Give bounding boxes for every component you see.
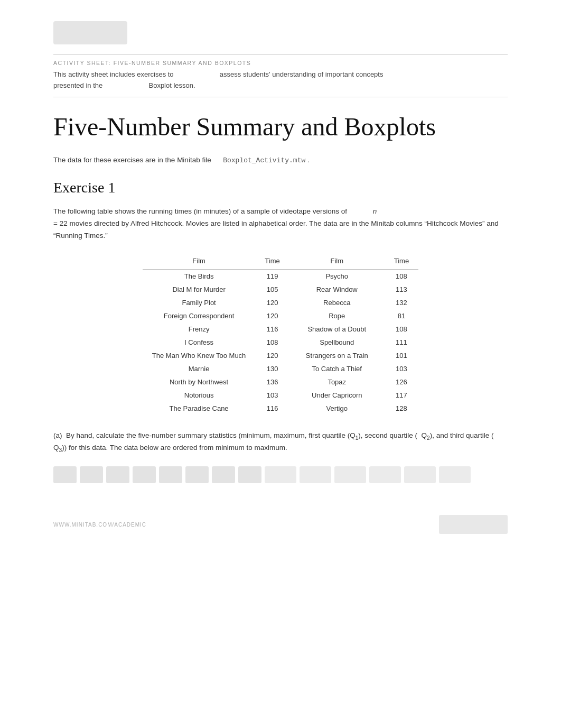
data-chip-4: [133, 466, 156, 483]
time-cell: 113: [385, 283, 418, 296]
data-chip-9: [265, 466, 296, 483]
footer-url: WWW.MINITAB.COM/ACADEMIC: [53, 522, 146, 528]
time-cell: 119: [255, 269, 289, 283]
film-cell: Dial M for Murder: [143, 283, 256, 296]
film-cell: Strangers on a Train: [289, 349, 385, 362]
activity-description: This activity sheet includes exercises t…: [53, 69, 508, 91]
data-chip-10: [300, 466, 331, 483]
time-cell: 108: [385, 322, 418, 336]
data-chip-6: [185, 466, 209, 483]
time-cell: 117: [385, 389, 418, 402]
time-cell: 130: [255, 362, 289, 375]
film-cell: Rope: [289, 309, 385, 322]
question-a-text: (a) By hand, calculate the five-number s…: [53, 431, 495, 452]
time-cell: 136: [255, 375, 289, 389]
film-cell: Topaz: [289, 375, 385, 389]
film-cell: The Birds: [143, 269, 256, 283]
time-cell: 103: [255, 389, 289, 402]
data-chip-5: [159, 466, 182, 483]
time-cell: 103: [385, 362, 418, 375]
col-time2: Time: [385, 254, 418, 270]
data-chip-12: [369, 466, 401, 483]
desc-part1: This activity sheet includes exercises t…: [53, 70, 174, 78]
desc-gap1: [175, 69, 218, 80]
film-cell: I Confess: [143, 336, 256, 349]
time-cell: 81: [385, 309, 418, 322]
time-cell: 120: [255, 296, 289, 309]
data-chip-2: [80, 466, 103, 483]
film-cell: Rear Window: [289, 283, 385, 296]
data-chip-7: [212, 466, 235, 483]
data-chip-13: [404, 466, 436, 483]
movies-table: Film Time Film Time The Birds119Psycho10…: [143, 254, 418, 415]
minitab-logo: [53, 21, 127, 44]
table-row: Foreign Correspondent120Rope81: [143, 309, 418, 322]
film-cell: Spellbound: [289, 336, 385, 349]
film-cell: Frenzy: [143, 322, 256, 336]
data-chip-11: [334, 466, 366, 483]
table-row: I Confess108Spellbound111: [143, 336, 418, 349]
data-chip-1: [53, 466, 77, 483]
col-film1: Film: [143, 254, 256, 270]
film-cell: Rebecca: [289, 296, 385, 309]
time-cell: 132: [385, 296, 418, 309]
col-film2: Film: [289, 254, 385, 270]
table-row: Frenzy116Shadow of a Doubt108: [143, 322, 418, 336]
header-logo-area: [53, 21, 508, 44]
data-chip-3: [106, 466, 129, 483]
film-cell: The Paradise Cane: [143, 402, 256, 415]
file-suffix: .: [307, 156, 310, 164]
table-header-row: Film Time Film Time: [143, 254, 418, 270]
time-cell: 108: [385, 269, 418, 283]
col-time1: Time: [255, 254, 289, 270]
data-file-line: The data for these exercises are in the …: [53, 156, 508, 164]
desc-gap2: [105, 80, 147, 91]
film-cell: Vertigo: [289, 402, 385, 415]
time-cell: 116: [255, 322, 289, 336]
exercise1-description: The following table shows the running ti…: [53, 206, 508, 242]
main-title: Five-Number Summary and Boxplots: [53, 112, 508, 141]
table-row: The Man Who Knew Too Much120Strangers on…: [143, 349, 418, 362]
time-cell: 120: [255, 309, 289, 322]
table-row: Notorious103Under Capricorn117: [143, 389, 418, 402]
data-chip-14: [439, 466, 471, 483]
footer-logo: [439, 515, 508, 534]
data-file-prefix: The data for these exercises are in the …: [53, 156, 211, 164]
film-cell: Psycho: [289, 269, 385, 283]
ex1-desc1: The following table shows the running ti…: [53, 207, 347, 215]
bottom-divider: [53, 97, 508, 97]
film-cell: The Man Who Knew Too Much: [143, 349, 256, 362]
time-cell: 120: [255, 349, 289, 362]
film-cell: Family Plot: [143, 296, 256, 309]
table-row: The Paradise Cane116Vertigo128: [143, 402, 418, 415]
time-cell: 111: [385, 336, 418, 349]
film-cell: Foreign Correspondent: [143, 309, 256, 322]
table-row: North by Northwest136Topaz126: [143, 375, 418, 389]
top-divider: [53, 54, 508, 54]
table-row: The Birds119Psycho108: [143, 269, 418, 283]
film-cell: Marnie: [143, 362, 256, 375]
ex1-desc2: = 22 movies directed by Alfred Hitchcock…: [53, 219, 499, 239]
film-cell: To Catch a Thief: [289, 362, 385, 375]
film-cell: Shadow of a Doubt: [289, 322, 385, 336]
time-cell: 108: [255, 336, 289, 349]
time-cell: 116: [255, 402, 289, 415]
film-cell: Under Capricorn: [289, 389, 385, 402]
time-cell: 128: [385, 402, 418, 415]
filename: Boxplot_Activity.mtw: [223, 156, 305, 164]
desc-part4: Boxplot lesson.: [148, 81, 195, 89]
table-row: Dial M for Murder105Rear Window113: [143, 283, 418, 296]
ex1-n-note: n: [349, 207, 377, 215]
exercise1-title: Exercise 1: [53, 179, 508, 196]
file-gap: [213, 156, 221, 164]
time-cell: 105: [255, 283, 289, 296]
desc-part2: assess students' understanding of import…: [220, 70, 384, 78]
table-row: Marnie130To Catch a Thief103: [143, 362, 418, 375]
data-values-row: [53, 466, 508, 483]
film-cell: North by Northwest: [143, 375, 256, 389]
time-cell: 126: [385, 375, 418, 389]
activity-label: ACTIVITY SHEET: FIVE-NUMBER SUMMARY AND …: [53, 60, 508, 66]
film-cell: Notorious: [143, 389, 256, 402]
time-cell: 101: [385, 349, 418, 362]
data-chip-8: [238, 466, 261, 483]
